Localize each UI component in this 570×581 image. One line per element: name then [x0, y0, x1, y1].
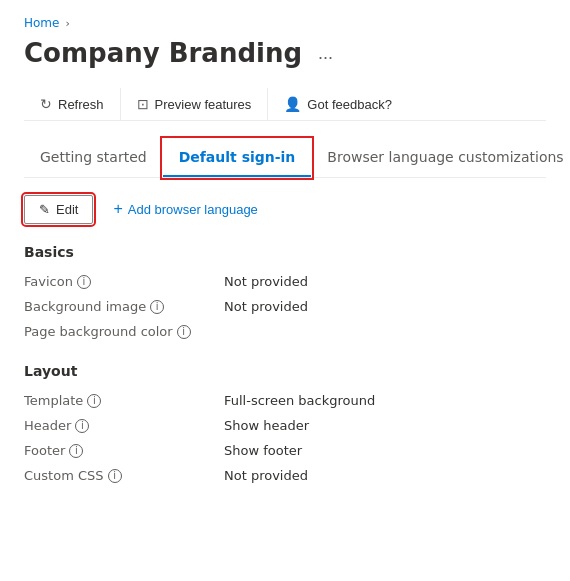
field-label-text: Custom CSS: [24, 468, 104, 483]
refresh-label: Refresh: [58, 97, 104, 112]
info-icon[interactable]: i: [177, 325, 191, 339]
field-row: FooteriShow footer: [24, 443, 546, 458]
page-title-row: Company Branding ...: [24, 38, 546, 68]
breadcrumb: Home ›: [24, 16, 546, 30]
refresh-button[interactable]: ↻ Refresh: [24, 88, 121, 120]
field-row: Background imageiNot provided: [24, 299, 546, 314]
breadcrumb-home[interactable]: Home: [24, 16, 59, 30]
field-label-text: Template: [24, 393, 83, 408]
tab-getting-started[interactable]: Getting started: [24, 139, 163, 177]
tabs-bar: Getting started Default sign-in Browser …: [24, 139, 546, 178]
field-label: Footeri: [24, 443, 224, 458]
field-value: Not provided: [224, 274, 308, 289]
field-label-text: Background image: [24, 299, 146, 314]
edit-button[interactable]: ✎ Edit: [24, 195, 93, 224]
field-label: Headeri: [24, 418, 224, 433]
ellipsis-button[interactable]: ...: [312, 41, 339, 66]
preview-features-button[interactable]: ⊡ Preview features: [121, 88, 269, 120]
field-value: Full-screen background: [224, 393, 375, 408]
toolbar: ↻ Refresh ⊡ Preview features 👤 Got feedb…: [24, 88, 546, 121]
tab-default-sign-in[interactable]: Default sign-in: [163, 139, 312, 177]
action-bar: ✎ Edit + Add browser language: [24, 194, 546, 224]
field-row: Page background colori: [24, 324, 546, 339]
section-layout: LayoutTemplateiFull-screen backgroundHea…: [24, 363, 546, 483]
breadcrumb-separator: ›: [65, 17, 69, 30]
tab-browser-language[interactable]: Browser language customizations: [311, 139, 570, 177]
info-icon[interactable]: i: [69, 444, 83, 458]
add-lang-label: Add browser language: [128, 202, 258, 217]
section-title: Layout: [24, 363, 546, 379]
field-row: HeaderiShow header: [24, 418, 546, 433]
info-icon[interactable]: i: [87, 394, 101, 408]
edit-label: Edit: [56, 202, 78, 217]
field-value: Show footer: [224, 443, 302, 458]
field-row: Custom CSSiNot provided: [24, 468, 546, 483]
preview-label: Preview features: [155, 97, 252, 112]
info-icon[interactable]: i: [150, 300, 164, 314]
field-value: Not provided: [224, 468, 308, 483]
field-row: FaviconiNot provided: [24, 274, 546, 289]
feedback-label: Got feedback?: [307, 97, 392, 112]
feedback-button[interactable]: 👤 Got feedback?: [268, 88, 408, 120]
section-title: Basics: [24, 244, 546, 260]
refresh-icon: ↻: [40, 96, 52, 112]
edit-icon: ✎: [39, 202, 50, 217]
preview-icon: ⊡: [137, 96, 149, 112]
page-title: Company Branding: [24, 38, 302, 68]
field-row: TemplateiFull-screen background: [24, 393, 546, 408]
info-icon[interactable]: i: [108, 469, 122, 483]
info-icon[interactable]: i: [77, 275, 91, 289]
field-label: Faviconi: [24, 274, 224, 289]
field-label-text: Favicon: [24, 274, 73, 289]
field-label-text: Footer: [24, 443, 65, 458]
section-basics: BasicsFaviconiNot providedBackground ima…: [24, 244, 546, 339]
field-label: Page background colori: [24, 324, 224, 339]
field-value: Not provided: [224, 299, 308, 314]
field-label-text: Header: [24, 418, 71, 433]
info-icon[interactable]: i: [75, 419, 89, 433]
field-value: Show header: [224, 418, 309, 433]
plus-icon: +: [113, 200, 122, 218]
field-label: Custom CSSi: [24, 468, 224, 483]
field-label: Background imagei: [24, 299, 224, 314]
sections-container: BasicsFaviconiNot providedBackground ima…: [24, 244, 546, 483]
field-label-text: Page background color: [24, 324, 173, 339]
field-label: Templatei: [24, 393, 224, 408]
feedback-icon: 👤: [284, 96, 301, 112]
add-browser-language-button[interactable]: + Add browser language: [109, 194, 261, 224]
